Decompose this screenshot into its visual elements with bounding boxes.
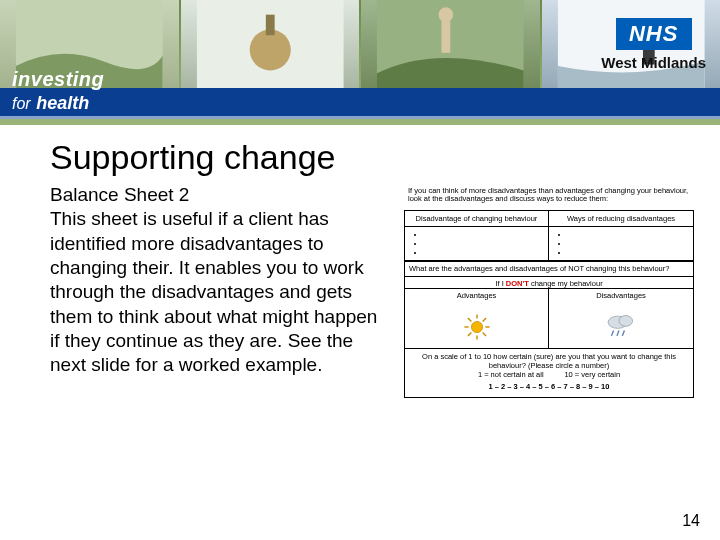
scale-numbers: 1 – 2 – 3 – 4 – 5 – 6 – 7 – 8 – 9 – 10	[409, 382, 689, 391]
banner-rule	[0, 116, 720, 119]
worksheet-mid-question: What are the advantages and disadvantage…	[405, 261, 693, 276]
worksheet-cell	[549, 227, 693, 261]
banner-photo	[361, 0, 540, 88]
slide-title: Supporting change	[50, 138, 696, 177]
nhs-brand: NHS West Midlands	[601, 18, 706, 71]
header-banner: investing for health NHS West Midlands	[0, 0, 720, 125]
worksheet-intro: If you can think of more disadvantages t…	[404, 183, 694, 208]
svg-rect-5	[441, 18, 450, 53]
banner-photo	[181, 0, 360, 88]
svg-point-6	[439, 7, 454, 22]
svg-point-20	[619, 315, 633, 326]
change-suffix: change my behaviour	[529, 279, 603, 288]
rain-cloud-icon	[604, 311, 638, 341]
advantages-cell: Advantages	[405, 288, 549, 348]
worksheet-col2-header: Ways of reducing disadvantages	[549, 211, 693, 227]
svg-line-18	[467, 332, 471, 336]
banner-blue-bar	[0, 88, 720, 116]
investing-for-health-logo: investing for health	[12, 68, 104, 114]
change-prefix: If I	[495, 279, 505, 288]
svg-point-2	[249, 29, 290, 70]
svg-line-22	[617, 330, 619, 335]
scale-question: On a scale of 1 to 10 how certain (sure)…	[409, 352, 689, 370]
svg-line-17	[482, 318, 486, 322]
page-number: 14	[682, 512, 700, 530]
balance-sheet-worksheet: If you can think of more disadvantages t…	[404, 183, 694, 398]
svg-rect-3	[265, 15, 274, 36]
logo-text-investing: investing	[12, 68, 104, 91]
svg-line-16	[482, 332, 486, 336]
slide-body-text: Balance Sheet 2This sheet is useful if a…	[50, 183, 390, 378]
scale-low-label: 1 = not certain at all	[478, 370, 544, 379]
nhs-region-label: West Midlands	[601, 54, 706, 71]
svg-point-10	[471, 321, 482, 332]
disadvantages-label: Disadvantages	[553, 291, 689, 300]
scale-high-label: 10 = very certain	[564, 370, 620, 379]
logo-text-health: health	[36, 93, 89, 113]
svg-line-23	[622, 330, 624, 335]
slide-content: Supporting change Balance Sheet 2This sh…	[50, 138, 696, 398]
worksheet-cell	[405, 227, 549, 261]
advantages-label: Advantages	[409, 291, 544, 300]
logo-text-for: for	[12, 95, 31, 112]
worksheet-scale-block: On a scale of 1 to 10 how certain (sure)…	[405, 348, 693, 397]
sun-icon	[463, 313, 491, 343]
worksheet-col1-header: Disadvantage of changing behaviour	[405, 211, 549, 227]
nhs-logo: NHS	[616, 18, 692, 50]
disadvantages-cell: Disadvantages	[549, 288, 693, 348]
change-dont: DON'T	[506, 279, 529, 288]
svg-line-15	[467, 318, 471, 322]
svg-line-21	[611, 330, 613, 335]
worksheet-change-heading: If I DON'T change my behaviour	[405, 276, 693, 288]
